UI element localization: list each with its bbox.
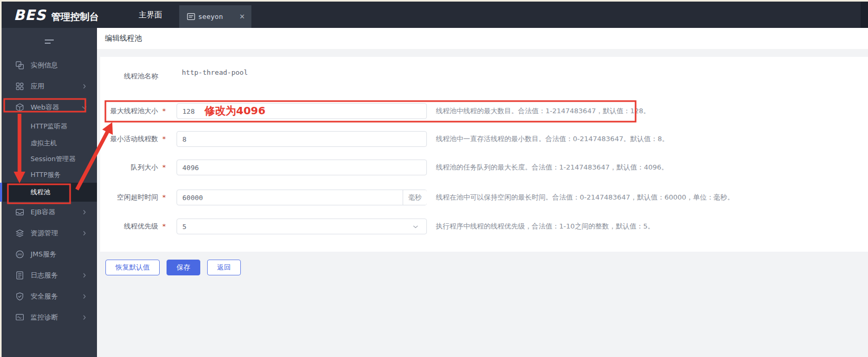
field-label: 最小活动线程数	[100, 131, 158, 147]
layers-icon	[15, 229, 24, 238]
monitor-icon	[15, 313, 24, 322]
sidebar-item-log-service[interactable]: 日志服务	[2, 265, 97, 286]
field-help: 线程池中线程的最大数目。合法值：1-2147483647，默认值：128。	[436, 103, 650, 119]
max-pool-size-input[interactable]	[177, 103, 427, 119]
field-help: 线程池中一直存活线程的最小数目。合法值：0-2147483647。默认值：8。	[436, 131, 669, 147]
form-row-queue-size: 队列大小 * 线程池的任务队列的最大长度。合法值：1-2147483647，默认…	[100, 160, 868, 175]
topbar: BES 管理控制台 主界面 seeyon ✕	[2, 2, 868, 28]
form-row-max-pool-size: 最大线程池大小 * 线程池中线程的最大数目。合法值：1-2147483647，默…	[100, 103, 868, 119]
field-label: 线程优先级	[100, 219, 158, 234]
required-mark: *	[162, 219, 166, 234]
field-help: 执行程序中线程的线程优先级，合法值：1-10之间的整数，默认值：5。	[436, 219, 655, 234]
form-panel: 线程池名称 http-thread-pool 最大线程池大小 * 线程池中线程的…	[100, 57, 868, 252]
sidebar-item-virtual-host[interactable]: 虚拟主机	[2, 135, 97, 151]
sidebar-item-http-service[interactable]: HTTP服务	[2, 167, 97, 183]
page-title: 编辑线程池	[105, 34, 142, 43]
app-title: 管理控制台	[51, 11, 99, 23]
page-header: 编辑线程池	[97, 28, 868, 49]
nav-main-screen[interactable]: 主界面	[139, 2, 162, 28]
sidebar-item-web-container[interactable]: Web容器	[2, 97, 97, 118]
idle-timeout-input[interactable]	[177, 190, 427, 205]
field-label: 队列大小	[100, 160, 158, 175]
sidebar-item-security-service[interactable]: 安全服务	[2, 286, 97, 307]
sidebar-item-http-listener[interactable]: HTTP监听器	[2, 118, 97, 135]
document-icon	[15, 271, 24, 280]
required-mark: *	[162, 160, 166, 175]
cube-icon	[15, 103, 24, 112]
required-mark: *	[162, 131, 166, 147]
field-label: 最大线程池大小	[100, 103, 158, 119]
button-bar: 恢复默认值 保存 返回	[105, 260, 241, 275]
sidebar-item-monitoring-diagnosis[interactable]: 监控诊断	[2, 307, 97, 328]
sidebar-item-applications[interactable]: 应用	[2, 76, 97, 97]
jms-icon: JMS	[15, 250, 24, 259]
tab-seeyon[interactable]: seeyon ✕	[179, 5, 251, 28]
thread-pool-name-value: http-thread-pool	[182, 68, 248, 76]
sidebar-item-instance-info[interactable]: 实例信息	[2, 55, 97, 76]
back-button[interactable]: 返回	[207, 260, 241, 275]
chevron-down-icon	[81, 104, 87, 111]
required-mark: *	[162, 190, 166, 205]
field-help: 线程池的任务队列的最大长度。合法值：1-2147483647，默认值：4096。	[436, 160, 668, 175]
sidebar: 实例信息 应用 Web容器 HTTP监听器 虚拟主机 Session管理器 HT…	[2, 28, 97, 357]
apps-icon	[15, 82, 24, 91]
bes-logo: BES	[14, 7, 46, 23]
sidebar-item-session-manager[interactable]: Session管理器	[2, 151, 97, 167]
required-mark: *	[162, 103, 166, 119]
queue-size-input[interactable]	[177, 160, 427, 175]
field-help: 线程在池中可以保持空闲的最长时间。合法值：0-2147483647，默认值：60…	[436, 190, 734, 205]
chevron-right-icon	[81, 293, 87, 300]
chevron-right-icon	[81, 209, 87, 215]
form-row-thread-pool-name: 线程池名称 http-thread-pool	[100, 68, 868, 84]
close-icon[interactable]: ✕	[239, 13, 245, 21]
collapse-menu-icon[interactable]	[2, 28, 97, 55]
form-row-thread-priority: 线程优先级 * 执行程序中线程的线程优先级，合法值：1-10之间的整数，默认值：…	[100, 219, 868, 234]
server-box-icon	[187, 12, 196, 21]
field-label: 空闲超时时间	[100, 190, 158, 205]
tab-label: seeyon	[198, 13, 223, 21]
field-label: 线程池名称	[100, 68, 158, 84]
sidebar-item-thread-pool[interactable]: 线程池	[2, 183, 97, 202]
save-button[interactable]: 保存	[167, 260, 200, 275]
min-active-threads-input[interactable]	[177, 131, 427, 147]
thread-priority-select[interactable]	[177, 219, 427, 234]
sidebar-item-resource-management[interactable]: 资源管理	[2, 223, 97, 244]
svg-text:JMS: JMS	[17, 253, 22, 256]
restore-defaults-button[interactable]: 恢复默认值	[105, 260, 160, 275]
main-content: 线程池名称 http-thread-pool 最大线程池大小 * 线程池中线程的…	[97, 49, 868, 357]
instance-icon	[15, 61, 24, 70]
unit-addon-milliseconds: 毫秒	[403, 190, 427, 205]
chevron-right-icon	[81, 272, 87, 279]
form-row-idle-timeout: 空闲超时时间 * 毫秒 线程在池中可以保持空闲的最长时间。合法值：0-21474…	[100, 190, 868, 205]
form-row-min-active-threads: 最小活动线程数 * 线程池中一直存活线程的最小数目。合法值：0-21474836…	[100, 131, 868, 147]
sidebar-item-jms-service[interactable]: JMS JMS服务	[2, 244, 97, 265]
topbar-edge-shade	[861, 2, 868, 28]
app-logo: BES 管理控制台	[14, 7, 99, 23]
chevron-down-icon[interactable]	[412, 223, 419, 230]
chevron-right-icon	[81, 83, 87, 90]
shield-icon	[15, 292, 24, 301]
chevron-right-icon	[81, 314, 87, 321]
chevron-right-icon	[81, 230, 87, 236]
inbox-icon	[15, 208, 24, 217]
sidebar-item-ejb-container[interactable]: EJB容器	[2, 202, 97, 223]
